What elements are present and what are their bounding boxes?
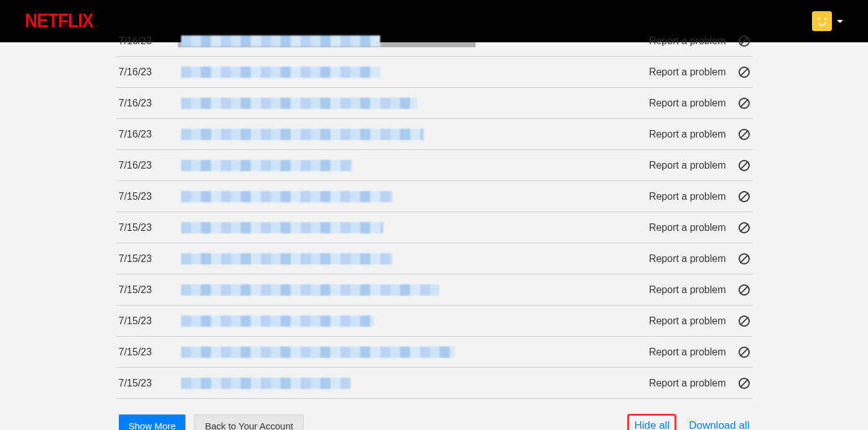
hide-icon[interactable] <box>739 160 750 171</box>
redacted-title <box>181 253 393 264</box>
activity-title[interactable] <box>181 119 649 149</box>
report-problem-link[interactable]: Report a problem <box>649 378 726 389</box>
report-problem-link[interactable]: Report a problem <box>649 98 726 109</box>
activity-date: 7/15/23 <box>119 284 181 296</box>
hide-icon[interactable] <box>739 222 750 233</box>
activity-date: 7/16/23 <box>119 129 181 140</box>
hide-icon[interactable] <box>739 191 750 202</box>
hide-icon[interactable] <box>739 253 750 264</box>
redacted-title <box>181 191 393 202</box>
report-problem-link[interactable]: Report a problem <box>649 67 726 78</box>
report-column: Report a problem <box>649 160 750 171</box>
hide-icon[interactable] <box>739 378 750 389</box>
activity-row: 7/15/23Report a problem <box>116 243 752 274</box>
redacted-title <box>181 378 350 389</box>
redacted-title <box>181 98 418 109</box>
hide-icon[interactable] <box>739 35 750 47</box>
activity-date: 7/16/23 <box>119 35 181 47</box>
hide-icon[interactable] <box>739 67 750 78</box>
activity-row: 7/16/23Report a problem <box>116 88 752 119</box>
activity-title[interactable] <box>181 212 649 243</box>
report-problem-link[interactable]: Report a problem <box>649 347 726 358</box>
activity-row: 7/15/23Report a problem <box>116 212 752 243</box>
activity-title[interactable] <box>181 368 649 398</box>
activity-row: 7/15/23Report a problem <box>116 306 752 337</box>
activity-date: 7/16/23 <box>119 67 181 78</box>
redacted-title <box>181 284 439 296</box>
activity-date: 7/15/23 <box>119 347 181 358</box>
report-column: Report a problem <box>649 129 750 140</box>
hide-all-link[interactable]: Hide all <box>634 419 670 430</box>
activity-title[interactable] <box>181 88 649 118</box>
activity-date: 7/15/23 <box>119 253 181 264</box>
report-problem-link[interactable]: Report a problem <box>649 160 726 171</box>
avatar <box>812 11 832 31</box>
footer-actions: Show More Back to Your Account Hide all … <box>116 399 752 430</box>
redacted-title <box>181 347 455 358</box>
activity-title[interactable] <box>181 274 649 305</box>
hide-icon[interactable] <box>739 98 750 109</box>
report-column: Report a problem <box>649 347 750 358</box>
hide-icon[interactable] <box>739 284 750 296</box>
redacted-title <box>181 35 380 47</box>
activity-content: 7/16/23Report a problem7/16/23Report a p… <box>116 26 752 430</box>
report-column: Report a problem <box>649 98 750 109</box>
redacted-title <box>181 160 352 171</box>
activity-date: 7/16/23 <box>119 160 181 171</box>
download-all-link[interactable]: Download all <box>689 419 749 430</box>
activity-row: 7/15/23Report a problem <box>116 368 752 399</box>
activity-row: 7/16/23Report a problem <box>116 119 752 150</box>
hide-icon[interactable] <box>739 315 750 327</box>
report-column: Report a problem <box>649 222 750 233</box>
activity-date: 7/15/23 <box>119 378 181 389</box>
activity-row: 7/15/23Report a problem <box>116 274 752 306</box>
caret-down-icon <box>837 20 843 23</box>
activity-title[interactable] <box>181 337 649 367</box>
activity-title[interactable] <box>181 243 649 274</box>
redacted-title <box>181 315 374 327</box>
report-problem-link[interactable]: Report a problem <box>649 315 726 327</box>
activity-title[interactable] <box>181 181 649 212</box>
report-problem-link[interactable]: Report a problem <box>649 191 726 202</box>
activity-title[interactable] <box>181 57 649 87</box>
report-column: Report a problem <box>649 67 750 78</box>
hide-all-highlight: Hide all <box>627 414 676 430</box>
activity-row: 7/15/23Report a problem <box>116 181 752 212</box>
activity-row: 7/16/23Report a problem <box>116 57 752 88</box>
netflix-logo[interactable]: NETFLIX <box>25 10 93 32</box>
report-problem-link[interactable]: Report a problem <box>649 253 726 264</box>
report-column: Report a problem <box>649 315 750 327</box>
activity-row: 7/16/23Report a problem <box>116 150 752 181</box>
report-problem-link[interactable]: Report a problem <box>649 129 726 140</box>
redacted-title <box>181 67 380 78</box>
report-column: Report a problem <box>649 191 750 202</box>
activity-title[interactable] <box>181 26 649 56</box>
report-column: Report a problem <box>649 378 750 389</box>
redacted-title <box>181 222 383 233</box>
activity-date: 7/15/23 <box>119 191 181 202</box>
activity-date: 7/15/23 <box>119 222 181 233</box>
activity-list: 7/16/23Report a problem7/16/23Report a p… <box>116 26 752 399</box>
report-column: Report a problem <box>649 284 750 296</box>
report-problem-link[interactable]: Report a problem <box>649 222 726 233</box>
report-problem-link[interactable]: Report a problem <box>649 284 726 296</box>
back-to-account-button[interactable]: Back to Your Account <box>194 414 304 431</box>
activity-date: 7/15/23 <box>119 315 181 327</box>
activity-row: 7/16/23Report a problem <box>116 26 752 57</box>
activity-date: 7/16/23 <box>119 98 181 109</box>
hide-icon[interactable] <box>739 347 750 358</box>
activity-title[interactable] <box>181 306 649 336</box>
report-column: Report a problem <box>649 253 750 264</box>
report-column: Report a problem <box>649 35 750 47</box>
report-problem-link[interactable]: Report a problem <box>649 35 726 47</box>
activity-title[interactable] <box>181 150 649 180</box>
redacted-title <box>181 129 424 140</box>
activity-row: 7/15/23Report a problem <box>116 337 752 368</box>
show-more-button[interactable]: Show More <box>119 414 186 431</box>
profile-menu[interactable] <box>812 11 843 31</box>
hide-icon[interactable] <box>739 129 750 140</box>
